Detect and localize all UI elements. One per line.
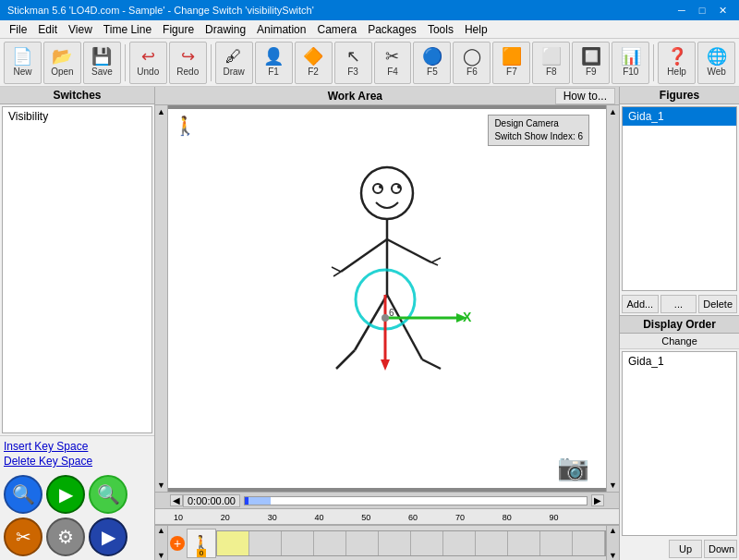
track-cell-9[interactable]: [508, 531, 540, 555]
f10-button[interactable]: 📊 F10: [612, 42, 649, 84]
add-track-button[interactable]: +: [170, 536, 185, 551]
f6-button[interactable]: ◯ F6: [453, 42, 491, 84]
undo-icon: ↩: [141, 48, 155, 65]
vertical-scrollbar-right[interactable]: ▲ ▼: [606, 105, 619, 492]
switches-panel: Switches Visibility Insert Key Space Del…: [0, 87, 155, 560]
track-cell-4[interactable]: [346, 531, 379, 555]
switch-label: Switch Show Index: 6: [494, 130, 583, 143]
display-order-item-gida1[interactable]: Gida_1: [623, 352, 736, 371]
f1-button[interactable]: 👤 F1: [255, 42, 293, 84]
track-cell-1[interactable]: [249, 531, 282, 555]
f7-button[interactable]: 🟧 F7: [492, 42, 530, 84]
delete-figure-button[interactable]: Delete: [698, 295, 737, 313]
track-cell-11[interactable]: [573, 531, 605, 555]
f6-label: F6: [466, 67, 478, 77]
display-order-down-button[interactable]: Down: [704, 540, 737, 558]
menu-file[interactable]: File: [4, 21, 32, 38]
help-icon: ❓: [667, 48, 687, 65]
menubar: File Edit View Time Line Figure Drawing …: [0, 20, 739, 39]
scroll-up-arrow-r[interactable]: ▲: [609, 107, 617, 116]
switch-item-visibility[interactable]: Visibility: [3, 107, 151, 126]
f8-button[interactable]: ⬜ F8: [532, 42, 570, 84]
menu-packages[interactable]: Packages: [362, 21, 422, 38]
save-button[interactable]: 💾 Save: [83, 42, 121, 84]
undo-button[interactable]: ↩ Undo: [129, 42, 167, 84]
track-scroll-up[interactable]: ▲: [157, 526, 165, 535]
open-button[interactable]: 📂 Open: [43, 42, 81, 84]
web-button[interactable]: 🌐 Web: [697, 42, 735, 84]
delete-key-space-link[interactable]: Delete Key Space: [4, 455, 151, 468]
save-icon: 💾: [91, 48, 112, 65]
f9-button[interactable]: 🔲 F9: [572, 42, 610, 84]
track-scroll-left[interactable]: ▲ ▼: [155, 526, 168, 560]
menu-timeline[interactable]: Time Line: [98, 21, 157, 38]
titlebar: Stickman 5.6 'LO4D.com - Sample' - Chang…: [0, 0, 739, 20]
figure-item-gida1[interactable]: Gida_1: [623, 107, 736, 126]
menu-animation[interactable]: Animation: [251, 21, 311, 38]
f5-icon: 🔵: [422, 48, 442, 65]
add-figure-button[interactable]: Add...: [622, 295, 659, 313]
track-scroll-right[interactable]: ▲ ▼: [606, 526, 619, 560]
svg-point-4: [397, 185, 401, 189]
menu-figure[interactable]: Figure: [157, 21, 200, 38]
f4-button[interactable]: ✂ F4: [374, 42, 412, 84]
track-cell-6[interactable]: [411, 531, 443, 555]
timeline-right-arrow[interactable]: ▶: [591, 494, 604, 506]
f1-icon: 👤: [263, 48, 284, 65]
track-cell-7[interactable]: [443, 531, 476, 555]
f3-icon: ↖: [346, 48, 360, 65]
play-green-button[interactable]: ▶: [46, 475, 85, 514]
display-order-up-button[interactable]: Up: [669, 540, 702, 558]
scroll-up-arrow[interactable]: ▲: [157, 107, 165, 116]
track-cell-0[interactable]: [217, 531, 249, 555]
scroll-down-arrow[interactable]: ▼: [157, 481, 165, 490]
insert-key-space-link[interactable]: Insert Key Space: [4, 440, 151, 453]
settings-button[interactable]: ⚙: [46, 517, 85, 556]
track-scroll-down[interactable]: ▼: [157, 551, 165, 560]
maximize-button[interactable]: □: [693, 3, 711, 18]
track-scroll-down-r[interactable]: ▼: [609, 551, 617, 560]
scroll-down-arrow-r[interactable]: ▼: [609, 481, 617, 490]
menu-camera[interactable]: Camera: [311, 21, 362, 38]
redo-button[interactable]: ↪ Redo: [169, 42, 207, 84]
track-cell-10[interactable]: [540, 531, 573, 555]
search-blue-button[interactable]: 🔍: [4, 475, 42, 514]
track-cell-5[interactable]: [379, 531, 411, 555]
help-button[interactable]: ❓ Help: [658, 42, 696, 84]
menu-drawing[interactable]: Drawing: [200, 21, 251, 38]
track-scroll-up-r[interactable]: ▲: [609, 526, 617, 535]
search-green-button[interactable]: 🔍: [89, 475, 127, 514]
menu-view[interactable]: View: [63, 21, 98, 38]
track-cell-2[interactable]: [282, 531, 314, 555]
f3-button[interactable]: ↖ F3: [334, 42, 372, 84]
redo-icon: ↪: [181, 48, 195, 65]
new-label: New: [13, 67, 31, 77]
vertical-scrollbar-left[interactable]: ▲ ▼: [155, 105, 168, 492]
timeline-bar: ◀ 0:00:00.00 ▶: [155, 492, 619, 508]
track-cell-3[interactable]: [314, 531, 346, 555]
separator-2: [211, 44, 212, 81]
draw-button[interactable]: 🖋 Draw: [215, 42, 253, 84]
timeline-left-arrow[interactable]: ◀: [170, 494, 183, 506]
canvas-area[interactable]: Design Camera Switch Show Index: 6: [155, 105, 619, 492]
play-dark-button[interactable]: ▶: [89, 517, 127, 556]
save-label: Save: [91, 67, 113, 77]
close-button[interactable]: ✕: [713, 3, 732, 18]
track-figure-number: 0: [197, 549, 206, 557]
scissors-button[interactable]: ✂: [4, 517, 42, 556]
display-order-change[interactable]: Change: [620, 334, 739, 349]
timeline-progress-bar[interactable]: [244, 496, 588, 505]
separator-1: [125, 44, 126, 81]
howto-button[interactable]: How to...: [555, 88, 615, 104]
more-figure-button[interactable]: ...: [660, 295, 697, 313]
new-button[interactable]: 📄 New: [4, 42, 42, 84]
track-cell-8[interactable]: [476, 531, 508, 555]
menu-edit[interactable]: Edit: [32, 21, 63, 38]
menu-help[interactable]: Help: [459, 21, 493, 38]
minimize-button[interactable]: ─: [672, 3, 691, 18]
menu-tools[interactable]: Tools: [422, 21, 459, 38]
ruler-tick-50: 50: [361, 513, 370, 522]
f5-button[interactable]: 🔵 F5: [413, 42, 451, 84]
figure-corner-icon: 🚶: [174, 115, 197, 137]
f2-button[interactable]: 🔶 F2: [295, 42, 333, 84]
